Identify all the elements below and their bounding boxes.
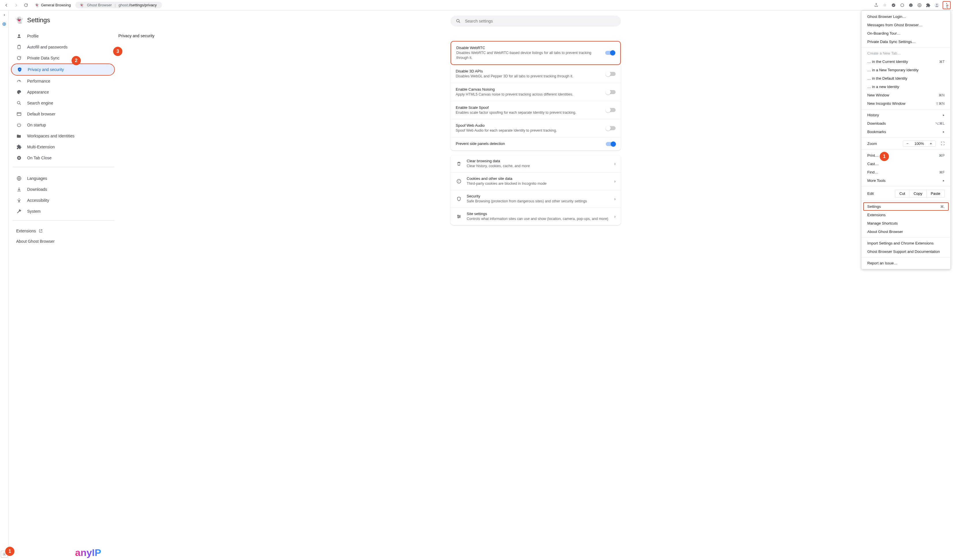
- menu-new-window[interactable]: New Window⌘N: [861, 91, 950, 99]
- menu-tab-new-identity[interactable]: … in a new Identity: [861, 82, 950, 91]
- sidebar-item-downloads[interactable]: Downloads: [11, 184, 115, 195]
- toggle-switch[interactable]: [606, 126, 616, 130]
- sidebar-item-system[interactable]: System: [11, 206, 115, 217]
- link-clear-browsing-data[interactable]: Clear browsing dataClear history, cookie…: [450, 155, 621, 172]
- sidebar-item-workspaces[interactable]: Workspaces and Identities: [11, 130, 115, 141]
- menu-settings[interactable]: Settings⌘,: [863, 202, 949, 211]
- menu-new-incognito[interactable]: New Incognito Window⇧⌘N: [861, 99, 950, 108]
- nav-reload-button[interactable]: [22, 1, 30, 9]
- anyip-watermark: ⌒⌒⌒ anyIP: [75, 544, 101, 558]
- toggle-switch[interactable]: [605, 51, 615, 55]
- rail-expand-button[interactable]: [3, 13, 6, 17]
- globe2-icon: [16, 176, 22, 181]
- toggle-switch[interactable]: [606, 108, 616, 112]
- app-name: Ghost Browser: [87, 3, 112, 7]
- identity-rail: ⊕: [0, 10, 9, 560]
- sidebar-item-profile[interactable]: Profile: [11, 31, 115, 42]
- link-security[interactable]: SecuritySafe Browsing (protection from d…: [450, 190, 621, 208]
- menu-zoom-row: Zoom − 100% + ⛶: [861, 139, 950, 148]
- sidebar-item-performance[interactable]: Performance: [11, 76, 115, 87]
- power-icon: [16, 123, 22, 127]
- menu-tab-temp-identity[interactable]: … in a New Temporary Identity: [861, 66, 950, 74]
- menu-create-tab: Create a New Tab…: [861, 49, 950, 57]
- fullscreen-icon[interactable]: ⛶: [941, 141, 945, 146]
- menu-cut-button[interactable]: Cut: [895, 190, 910, 197]
- menu-copy-button[interactable]: Copy: [910, 190, 927, 197]
- sidebar-item-languages[interactable]: Languages: [11, 173, 115, 184]
- menu-cast[interactable]: Cast…: [861, 160, 950, 168]
- sidebar-item-on-tab-close[interactable]: On Tab Close: [11, 152, 115, 163]
- zoom-in-button[interactable]: +: [928, 141, 934, 146]
- menu-report-issue[interactable]: Report an Issue…: [861, 259, 950, 267]
- check-circle-icon[interactable]: [891, 2, 896, 8]
- accessibility-icon: [16, 198, 22, 203]
- face-icon[interactable]: [908, 2, 914, 8]
- shield-outline-icon: [456, 196, 462, 202]
- nav-back-button[interactable]: [2, 1, 10, 9]
- link-site-settings[interactable]: Site settingsControls what information s…: [450, 208, 621, 225]
- sidebar-item-privacy-security[interactable]: Privacy and security: [11, 64, 115, 76]
- sidebar-item-private-data-sync[interactable]: Private Data Sync: [11, 53, 115, 64]
- sidebar-item-autofill[interactable]: Autofill and passwords: [11, 42, 115, 53]
- sidebar-about-link[interactable]: About Ghost Browser: [16, 236, 111, 247]
- nav-forward-button[interactable]: [12, 1, 20, 9]
- toggle-title: Disable WebRTC: [456, 46, 601, 50]
- menu-paste-button[interactable]: Paste: [927, 190, 945, 197]
- download-icon: [16, 187, 22, 192]
- menu-print[interactable]: Print…⌘P: [861, 151, 950, 160]
- search-icon: [456, 19, 461, 24]
- link-cookies[interactable]: Cookies and other site dataThird-party c…: [450, 172, 621, 190]
- menu-onboarding[interactable]: On-Boarding Tour…: [861, 29, 950, 37]
- zoom-out-button[interactable]: −: [905, 141, 911, 146]
- privacy-toggle-side-panels: Prevent side panels detection: [450, 137, 621, 150]
- menu-downloads[interactable]: Downloads⌥⌘L: [861, 119, 950, 127]
- ring-icon[interactable]: [899, 2, 905, 8]
- settings-logo-icon: 👻: [15, 16, 23, 24]
- toggle-switch[interactable]: [606, 142, 616, 146]
- address-bar[interactable]: 👻 Ghost Browser | ghost://settings/priva…: [75, 2, 162, 8]
- menu-more-tools[interactable]: More Tools: [861, 176, 950, 185]
- privacy-links-card: Clear browsing dataClear history, cookie…: [450, 155, 621, 225]
- rail-add-button[interactable]: ⊕: [2, 21, 6, 27]
- sidebar-item-accessibility[interactable]: Accessibility: [11, 195, 115, 206]
- sidebar-item-on-startup[interactable]: On startup: [11, 119, 115, 130]
- sidebar-item-default-browser[interactable]: Default browser: [11, 109, 115, 119]
- svg-point-19: [19, 198, 20, 199]
- ghost-icon: 👻: [35, 3, 39, 7]
- menu-tab-default-identity[interactable]: … in the Default Identity: [861, 74, 950, 82]
- sidebar-item-search-engine[interactable]: Search engine: [11, 98, 115, 109]
- menu-bookmarks[interactable]: Bookmarks: [861, 127, 950, 136]
- settings-search[interactable]: [450, 16, 621, 26]
- settings-search-input[interactable]: [465, 19, 616, 23]
- menu-history[interactable]: History: [861, 111, 950, 119]
- menu-find[interactable]: Find…⌘F: [861, 168, 950, 176]
- menu-private-data-sync[interactable]: Private Data Sync Settings…: [861, 37, 950, 46]
- folder-icon: [16, 133, 22, 138]
- close-circle-icon: [16, 155, 22, 160]
- svg-point-11: [4, 554, 5, 555]
- sidebar-extensions-link[interactable]: Extensions: [16, 226, 111, 236]
- browsing-profile-chip[interactable]: 👻 General Browsing: [32, 2, 74, 8]
- svg-point-3: [910, 4, 911, 5]
- svg-rect-14: [19, 45, 20, 46]
- globe-icon[interactable]: [917, 2, 922, 8]
- menu-tab-current-identity[interactable]: … in the Current Identity⌘T: [861, 57, 950, 66]
- share-icon[interactable]: [873, 2, 879, 8]
- menu-import-settings[interactable]: Import Settings and Chrome Extensions: [861, 239, 950, 247]
- toggle-switch[interactable]: [606, 72, 616, 76]
- menu-extensions[interactable]: Extensions: [861, 211, 950, 219]
- bookmark-star-icon[interactable]: ☆: [882, 2, 888, 8]
- url-text: ghost://settings/privacy: [119, 3, 157, 7]
- extensions-icon[interactable]: [925, 2, 931, 8]
- menu-messages[interactable]: Messages from Ghost Browser…: [861, 21, 950, 29]
- toggle-switch[interactable]: [606, 90, 616, 94]
- sidebar-item-appearance[interactable]: Appearance: [11, 87, 115, 98]
- menu-about[interactable]: About Ghost Browser: [861, 228, 950, 236]
- menu-support-docs[interactable]: Ghost Browser Support and Documentation: [861, 247, 950, 256]
- annotation-arrow: ↑: [946, 2, 950, 11]
- sidebar-item-multi-extension[interactable]: Multi-Extension: [11, 141, 115, 152]
- menu-ghost-login[interactable]: Ghost Browser Login…: [861, 12, 950, 21]
- account-icon[interactable]: [934, 2, 940, 8]
- menu-manage-shortcuts[interactable]: Manage Shortcuts: [861, 219, 950, 228]
- svg-point-24: [458, 181, 459, 182]
